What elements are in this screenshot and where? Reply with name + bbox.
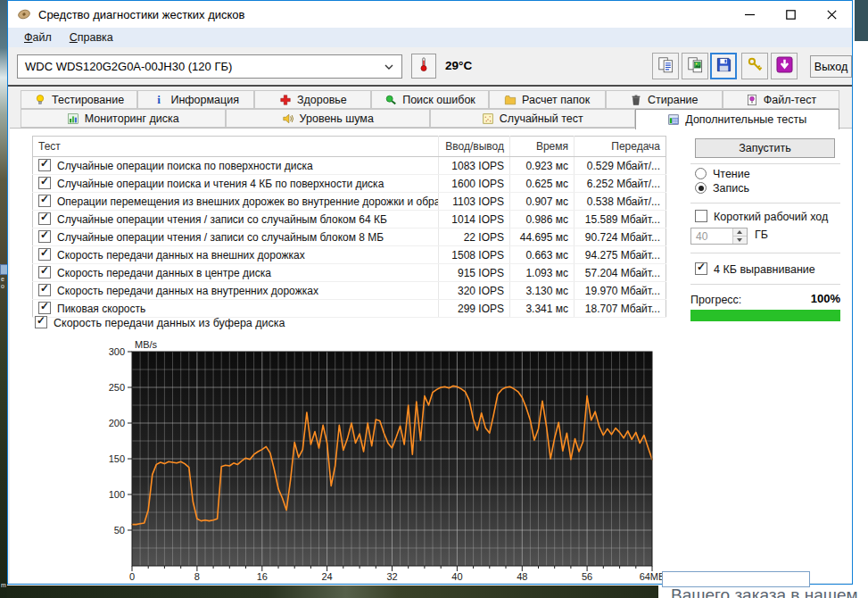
svg-text:0: 0 <box>129 571 135 580</box>
folder-icon <box>504 94 517 106</box>
size-spinner[interactable]: 40 <box>690 228 748 245</box>
tab-information[interactable]: iИнформация <box>137 90 254 109</box>
test-checkbox[interactable] <box>38 248 51 261</box>
test-name: Скорость передачи данных в центре диска <box>57 267 271 279</box>
tab-health[interactable]: Здоровье <box>254 90 371 109</box>
test-name: Случайные операции чтения / записи со сл… <box>57 231 384 244</box>
io-value: 1014 IOPS <box>439 211 510 228</box>
read-radio-row[interactable]: Чтение <box>695 168 750 180</box>
desktop-wallpaper-strip: eo m <box>0 0 7 598</box>
table-row[interactable]: Операции перемещения из внешних дорожек … <box>33 193 666 211</box>
tab-random-test[interactable]: Случайный тест <box>430 109 635 128</box>
table-row[interactable]: Пиковая скорость299 IOPS3.341 мс18.707 М… <box>33 300 666 318</box>
short-stroke-row[interactable]: Короткий рабочий ход <box>695 210 828 223</box>
test-name: Операции перемещения из внешних дорожек … <box>57 195 439 208</box>
tab-file-test[interactable]: Файл-тест <box>723 90 839 109</box>
table-row[interactable]: Скорость передачи данных на внешних доро… <box>33 246 666 264</box>
test-checkbox[interactable] <box>38 159 51 171</box>
svg-text:56: 56 <box>582 571 592 580</box>
health-cross-icon <box>279 94 292 106</box>
drive-selector-combobox[interactable]: WDC WDS120G2G0A-00JH30 (120 ГБ) <box>17 54 402 79</box>
table-row[interactable]: Скорость передачи данных в центре диска9… <box>33 264 666 282</box>
io-value: 1508 IOPS <box>439 246 510 264</box>
info-icon: i <box>153 94 165 106</box>
column-header[interactable]: Ввод/вывод <box>439 137 510 157</box>
tab-label: Случайный тест <box>500 112 583 125</box>
short-stroke-checkbox[interactable] <box>695 210 707 222</box>
tab-label: Здоровье <box>297 94 347 106</box>
maximize-button[interactable] <box>770 1 811 28</box>
test-checkbox[interactable] <box>38 284 51 296</box>
align-checkbox[interactable] <box>695 262 707 275</box>
copy-report-button[interactable] <box>652 53 679 79</box>
table-row[interactable]: Скорость передачи данных на внутренних д… <box>33 282 666 300</box>
thermometer-icon <box>416 56 432 76</box>
svg-text:8: 8 <box>194 571 200 580</box>
exit-button[interactable]: Выход <box>810 55 852 78</box>
io-value: 320 IOPS <box>439 282 510 300</box>
write-radio-row[interactable]: Запись <box>695 182 749 195</box>
transfer-value: 0.529 Мбайт/... <box>575 157 666 175</box>
download-button[interactable] <box>771 53 798 79</box>
table-row[interactable]: Случайные операции поиска по поверхности… <box>33 157 666 175</box>
menu-file[interactable]: Файл <box>15 29 61 46</box>
test-checkbox[interactable] <box>38 195 51 207</box>
app-window: Средство диагностики жестких дисков Файл… <box>7 0 853 585</box>
svg-text:24: 24 <box>321 571 332 580</box>
size-unit-label: ГБ <box>755 228 768 241</box>
tab-testing[interactable]: Тестирование <box>21 90 137 109</box>
time-value: 0.986 мс <box>510 211 575 228</box>
svg-text:200: 200 <box>109 418 125 428</box>
svg-text:150: 150 <box>109 453 125 464</box>
buffer-speed-label: Скорость передачи данных из буфера диска <box>54 317 285 329</box>
copy-image-button[interactable] <box>682 53 708 79</box>
run-button[interactable]: Запустить <box>695 138 835 158</box>
test-checkbox[interactable] <box>38 266 51 278</box>
transfer-value: 15.589 Мбайт... <box>575 211 666 228</box>
file-test-icon <box>746 94 758 106</box>
column-header[interactable]: Тест <box>33 137 439 157</box>
read-radio[interactable] <box>695 168 707 179</box>
temperature-button[interactable] <box>411 54 436 79</box>
minimize-button[interactable] <box>729 1 770 28</box>
buffer-speed-row[interactable]: Скорость передачи данных из буфера диска <box>35 316 285 329</box>
short-stroke-label: Короткий рабочий ход <box>714 211 828 223</box>
align-row[interactable]: 4 КБ выравнивание <box>695 262 815 276</box>
copy-image-icon <box>687 56 704 77</box>
tab-folder-size[interactable]: Расчет папок <box>489 90 606 109</box>
time-value: 3.341 мс <box>510 300 575 318</box>
size-spinner-value: 40 <box>691 228 732 244</box>
test-checkbox[interactable] <box>38 177 51 189</box>
transfer-value: 94.275 Мбайт... <box>575 246 666 264</box>
buffer-speed-checkbox[interactable] <box>35 316 47 328</box>
test-checkbox[interactable] <box>38 212 51 225</box>
column-header[interactable]: Время <box>510 137 575 157</box>
table-row[interactable]: Случайные операции чтения / записи со сл… <box>33 211 666 228</box>
test-name: Скорость передачи данных на внешних доро… <box>57 249 305 262</box>
test-checkbox[interactable] <box>38 230 51 243</box>
time-value: 44.695 мс <box>510 228 575 246</box>
save-report-button[interactable] <box>710 53 737 79</box>
io-value: 915 IOPS <box>439 264 510 282</box>
tab-row-2: Мониторинг дискаУровень шумаСлучайный те… <box>21 109 839 128</box>
table-row[interactable]: Случайные операции чтения / записи со сл… <box>33 228 666 246</box>
tab-erase[interactable]: Стирание <box>606 90 723 109</box>
drive-selector-value: WDC WDS120G2G0A-00JH30 (120 ГБ) <box>25 60 232 73</box>
table-row[interactable]: Случайные операции поиска и чтения 4 КБ … <box>33 175 666 193</box>
spinner-up-icon[interactable] <box>733 228 747 237</box>
test-checkbox[interactable] <box>38 302 51 314</box>
keys-icon <box>747 56 764 77</box>
write-radio[interactable] <box>695 182 707 194</box>
extra-tests-icon <box>667 113 680 126</box>
column-header[interactable]: Передача <box>575 137 666 157</box>
io-value: 299 IOPS <box>439 300 510 318</box>
tab-disk-monitor[interactable]: Мониторинг диска <box>21 109 226 128</box>
tab-error-scan[interactable]: Поиск ошибок <box>371 90 488 109</box>
keys-button[interactable] <box>741 53 768 79</box>
tab-extra-tests[interactable]: Дополнительные тесты <box>635 109 840 129</box>
close-button[interactable] <box>811 1 852 28</box>
spinner-down-icon[interactable] <box>733 237 747 244</box>
io-value: 1083 IOPS <box>439 157 510 175</box>
tab-noise-level[interactable]: Уровень шума <box>226 109 431 128</box>
menu-help[interactable]: Справка <box>61 29 122 46</box>
